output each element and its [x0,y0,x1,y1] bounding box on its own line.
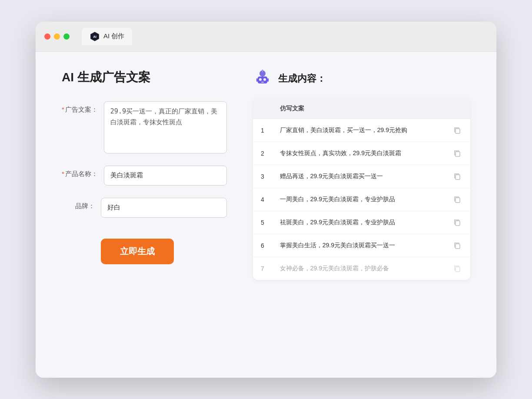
col-num [253,99,272,119]
required-star-1: * [62,106,64,113]
svg-rect-14 [456,221,460,226]
robot-icon [253,69,272,88]
row-number: 1 [253,119,272,142]
copy-icon[interactable] [452,148,462,159]
copy-cell [444,165,470,188]
maximize-button[interactable] [63,33,70,40]
required-star-2: * [62,170,64,177]
row-text: 厂家直销，美白淡斑霜，买一送一，29.9元抢购 [272,119,444,142]
row-text: 赠品再送，29.9元美白淡斑霜买一送一 [272,165,444,188]
copy-icon[interactable] [452,240,462,251]
svg-point-3 [259,78,262,81]
copy-cell [444,257,470,280]
table-header-row: 仿写文案 [253,99,470,119]
svg-rect-8 [256,78,258,82]
ad-copy-row: *广告文案： 29.9买一送一，真正的厂家直销，美白淡斑霜，专抹女性斑点 [62,101,227,153]
product-name-row: *产品名称： [62,166,227,186]
copy-cell [444,211,470,234]
tab-label: AI 创作 [103,32,124,40]
row-number: 3 [253,165,272,188]
titlebar: AI AI 创作 [36,22,496,52]
row-text: 专抹女性斑点，真实功效，29.9元美白淡斑霜 [272,142,444,165]
ad-copy-textarea[interactable]: 29.9买一送一，真正的厂家直销，美白淡斑霜，专抹女性斑点 [104,101,227,153]
table-row: 2 专抹女性斑点，真实功效，29.9元美白淡斑霜 [253,142,470,165]
copy-cell [444,142,470,165]
copy-icon[interactable] [452,194,462,205]
generate-button[interactable]: 立即生成 [101,239,174,264]
product-name-input[interactable] [104,166,227,186]
results-table: 仿写文案 1 厂家直销，美白淡斑霜，买一送一，29.9元抢购 2 [253,99,470,280]
col-action [444,99,470,119]
table-row: 3 赠品再送，29.9元美白淡斑霜买一送一 [253,165,470,188]
row-text: 掌握美白生活，29.9元美白淡斑霜买一送一 [272,234,444,257]
table-row: 1 厂家直销，美白淡斑霜，买一送一，29.9元抢购 [253,119,470,142]
row-text: 一周美白，29.9元美白淡斑霜，专业护肤品 [272,188,444,211]
main-layout: AI 生成广告文案 *广告文案： 29.9买一送一，真正的厂家直销，美白淡斑霜，… [62,69,470,280]
right-panel: 生成内容： 仿写文案 1 厂家直销，美白淡斑霜，买一送一，29.9元抢购 [253,69,470,280]
copy-icon[interactable] [452,217,462,228]
product-name-label: *产品名称： [62,166,104,178]
copy-icon[interactable] [452,171,462,182]
browser-content: AI 生成广告文案 *广告文案： 29.9买一送一，真正的厂家直销，美白淡斑霜，… [36,52,496,378]
row-text: 祛斑美白，29.9元美白淡斑霜，专业护肤品 [272,211,444,234]
copy-cell [444,188,470,211]
minimize-button[interactable] [54,33,60,40]
row-number: 6 [253,234,272,257]
table-row: 6 掌握美白生活，29.9元美白淡斑霜买一送一 [253,234,470,257]
copy-icon[interactable] [452,125,462,136]
svg-rect-12 [456,175,460,180]
table-row: 4 一周美白，29.9元美白淡斑霜，专业护肤品 [253,188,470,211]
table-row: 7 女神必备，29.9元美白淡斑霜，护肤必备 [253,257,470,280]
browser-window: AI AI 创作 AI 生成广告文案 *广告文案： 29.9买一送一，真正的厂家… [36,22,496,378]
ai-tab-icon: AI [90,31,100,42]
row-number: 7 [253,257,272,280]
right-title: 生成内容： [278,72,326,85]
svg-point-7 [262,70,263,71]
row-text: 女神必备，29.9元美白淡斑霜，护肤必备 [272,257,444,280]
brand-row: 品牌： [62,198,227,218]
brand-input[interactable] [101,198,227,218]
copy-icon[interactable] [452,263,462,274]
row-number: 5 [253,211,272,234]
svg-rect-16 [456,267,460,272]
svg-rect-9 [267,78,269,82]
generate-btn-wrapper: 立即生成 [62,230,227,264]
svg-rect-5 [261,82,264,83]
svg-text:AI: AI [93,35,96,39]
col-copy: 仿写文案 [272,99,444,119]
close-button[interactable] [44,33,50,40]
traffic-lights [44,33,70,40]
table-row: 5 祛斑美白，29.9元美白淡斑霜，专业护肤品 [253,211,470,234]
ai-tab[interactable]: AI AI 创作 [82,28,132,45]
row-number: 4 [253,188,272,211]
svg-point-4 [263,78,266,81]
svg-rect-15 [456,244,460,249]
row-number: 2 [253,142,272,165]
svg-rect-13 [456,198,460,203]
right-header: 生成内容： [253,69,470,88]
brand-label: 品牌： [62,198,101,210]
copy-cell [444,234,470,257]
ad-copy-label: *广告文案： [62,101,104,114]
page-title: AI 生成广告文案 [62,69,227,86]
svg-rect-10 [456,129,460,133]
svg-rect-11 [456,152,460,156]
copy-cell [444,119,470,142]
left-panel: AI 生成广告文案 *广告文案： 29.9买一送一，真正的厂家直销，美白淡斑霜，… [62,69,227,280]
